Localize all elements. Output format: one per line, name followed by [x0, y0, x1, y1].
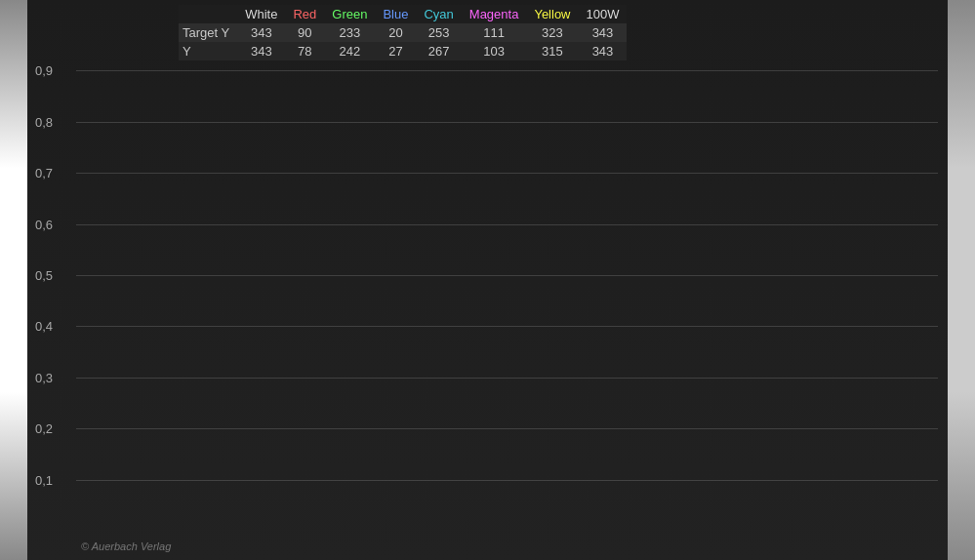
chart-area: 0,10,20,30,40,50,60,70,80,9 WhiteRedGree…	[27, 0, 948, 560]
right-gradient-bar	[948, 0, 975, 560]
y-axis-label: 0,5	[35, 268, 53, 283]
y-axis-label: 0,9	[35, 63, 53, 78]
bars-area	[76, 20, 938, 531]
copyright: © Auerbach Verlag	[81, 540, 171, 552]
y-axis-label: 0,3	[35, 370, 53, 384]
y-axis-label: 0,6	[35, 217, 53, 231]
y-axis-label: 0,8	[35, 114, 53, 129]
y-axis-label: 0,4	[35, 319, 53, 334]
y-axis-label: 0,1	[35, 472, 53, 487]
left-gradient-bar	[0, 0, 27, 560]
chart-container: 0,10,20,30,40,50,60,70,80,9 WhiteRedGree…	[0, 0, 975, 560]
y-axis-label: 0,7	[35, 166, 53, 180]
y-axis-label: 0,2	[35, 421, 53, 436]
